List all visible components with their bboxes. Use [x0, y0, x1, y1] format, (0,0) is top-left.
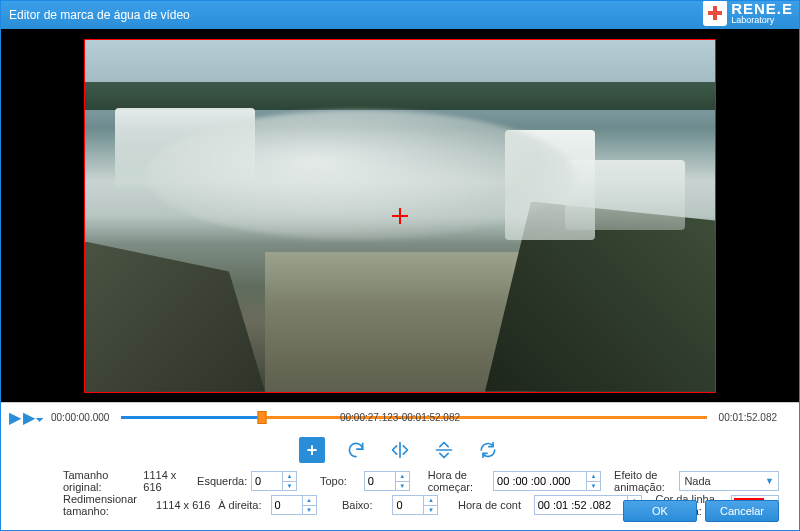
label-start-time: Hora de começar: [428, 469, 489, 493]
preview-area [1, 29, 799, 403]
flip-vertical-button[interactable] [431, 437, 457, 463]
effect-combo[interactable]: Nada▼ [679, 471, 779, 491]
label-left: Esquerda: [197, 475, 247, 487]
timeline: ▶ ▶⏷ 00:00:00.000 00:00:27.123-00:01:52.… [1, 403, 799, 431]
logo-cross-icon [703, 0, 727, 26]
right-stepper[interactable]: ▲▼ [271, 495, 317, 515]
label-top: Topo: [320, 475, 360, 487]
start-time-stepper[interactable]: ▲▼ [493, 471, 601, 491]
time-current: 00:00:27.123-00:01:52.082 [340, 412, 460, 423]
left-stepper[interactable]: ▲▼ [251, 471, 297, 491]
left-input[interactable] [252, 472, 282, 490]
brand-logo: RENE.ELaboratory [703, 0, 793, 26]
chevron-down-icon[interactable]: ▼ [283, 482, 296, 491]
dialog-buttons: OK Cancelar [623, 500, 779, 522]
value-size-orig: 1114 x 616 [143, 469, 193, 493]
refresh-button[interactable] [475, 437, 501, 463]
bottom-input[interactable] [393, 496, 423, 514]
flip-horizontal-button[interactable] [387, 437, 413, 463]
label-right: À direita: [218, 499, 266, 511]
label-size-orig: Tamanho original: [63, 469, 139, 493]
right-input[interactable] [272, 496, 302, 514]
chevron-down-icon: ▼ [765, 476, 774, 486]
play-button[interactable]: ▶ [9, 408, 21, 427]
cancel-button[interactable]: Cancelar [705, 500, 779, 522]
crosshair-icon[interactable] [392, 208, 408, 224]
title-bar: Editor de marca de água de vídeo RENE.EL… [1, 1, 799, 29]
label-bottom: Baixo: [342, 499, 388, 511]
top-stepper[interactable]: ▲▼ [364, 471, 410, 491]
rotate-button[interactable] [343, 437, 369, 463]
count-time-input[interactable] [535, 496, 627, 514]
time-end: 00:01:52.082 [719, 412, 777, 423]
bottom-stepper[interactable]: ▲▼ [392, 495, 438, 515]
label-resize: Redimensionar tamanho: [63, 493, 152, 517]
toolbar: + [1, 431, 799, 467]
brand-name: RENE.ELaboratory [731, 2, 793, 24]
video-preview[interactable] [84, 39, 716, 393]
step-button[interactable]: ▶⏷ [23, 408, 45, 427]
label-effect: Efeito de animação: [614, 469, 675, 493]
start-time-input[interactable] [494, 472, 586, 490]
add-button[interactable]: + [299, 437, 325, 463]
effect-value: Nada [684, 475, 710, 487]
window-title: Editor de marca de água de vídeo [9, 8, 190, 22]
slider-handle[interactable] [257, 411, 266, 424]
label-count-time: Hora de cont [458, 499, 530, 511]
top-input[interactable] [365, 472, 395, 490]
ok-button[interactable]: OK [623, 500, 697, 522]
time-start: 00:00:00.000 [51, 412, 109, 423]
chevron-up-icon[interactable]: ▲ [283, 472, 296, 482]
value-resize: 1114 x 616 [156, 499, 214, 511]
